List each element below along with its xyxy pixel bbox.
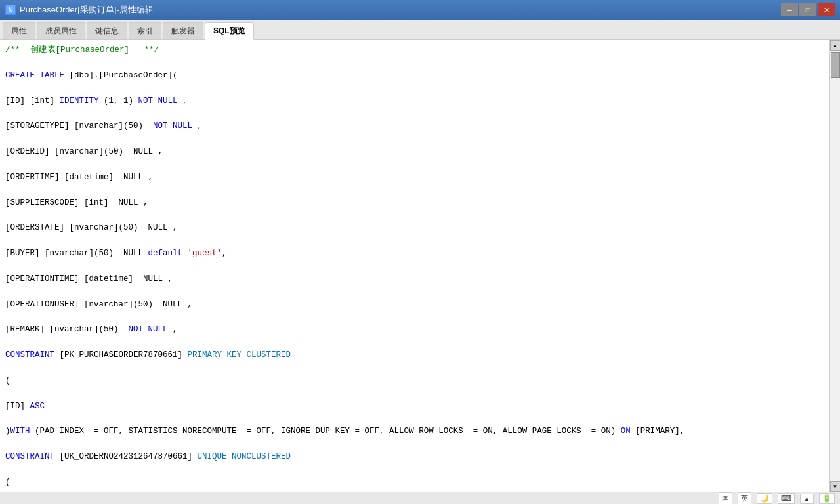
scroll-down-button[interactable]: ▼ <box>830 481 841 492</box>
status-battery[interactable]: 🔋 <box>819 493 835 504</box>
maximize-button[interactable]: □ <box>799 3 816 16</box>
status-lang-cn[interactable]: 国 <box>719 492 732 504</box>
tab-index[interactable]: 索引 <box>129 22 161 39</box>
scroll-thumb[interactable] <box>831 52 840 78</box>
vertical-scrollbar[interactable]: ▲ ▼ <box>830 40 840 492</box>
tab-triggers[interactable]: 触发器 <box>163 22 203 39</box>
tab-key-info[interactable]: 键信息 <box>87 22 127 39</box>
tab-member-properties[interactable]: 成员属性 <box>37 22 85 39</box>
status-moon[interactable]: 🌙 <box>757 493 772 504</box>
close-button[interactable]: ✕ <box>818 3 835 16</box>
tab-sql-preview[interactable]: SQL预览 <box>205 22 254 40</box>
status-bar: 国 英 🌙 ⌨ ▲ 🔋 <box>0 492 840 504</box>
app-icon: N <box>5 5 16 15</box>
status-lang-en[interactable]: 英 <box>738 492 751 504</box>
status-keyboard[interactable]: ⌨ <box>778 493 795 504</box>
title-bar: N PurchaseOrder[采购订单]-属性编辑 ─ □ ✕ <box>0 0 840 20</box>
scroll-up-button[interactable]: ▲ <box>830 40 841 51</box>
minimize-button[interactable]: ─ <box>781 3 798 16</box>
tab-properties[interactable]: 属性 <box>3 22 35 39</box>
tab-bar: 属性 成员属性 键信息 索引 触发器 SQL预览 <box>0 20 840 40</box>
main-content: /** 创建表[PurchaseOrder] **/ CREATE TABLE … <box>0 40 840 492</box>
title-bar-controls[interactable]: ─ □ ✕ <box>781 3 835 16</box>
window-title: PurchaseOrder[采购订单]-属性编辑 <box>20 4 154 16</box>
title-bar-left: N PurchaseOrder[采购订单]-属性编辑 <box>5 4 154 16</box>
sql-editor[interactable]: /** 创建表[PurchaseOrder] **/ CREATE TABLE … <box>0 40 830 492</box>
status-arrow[interactable]: ▲ <box>800 494 814 504</box>
